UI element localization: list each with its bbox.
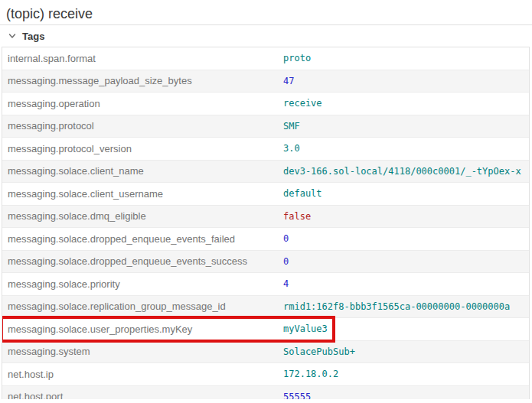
- tag-key: net.host.port: [2, 391, 283, 399]
- tag-value: 3.0: [283, 143, 529, 154]
- tag-key: messaging.protocol: [2, 120, 283, 132]
- tag-value: myValue3: [283, 323, 529, 334]
- tag-value: 55555: [283, 392, 529, 399]
- table-row: messaging.solace.dmq_eligible false: [2, 206, 529, 229]
- table-row: messaging.solace.client_username default: [2, 183, 529, 206]
- tag-value: proto: [283, 53, 529, 63]
- tag-key: messaging.system: [2, 346, 283, 357]
- tag-key: messaging.solace.priority: [2, 278, 283, 290]
- table-row: messaging.solace.dropped_enqueue_events_…: [2, 228, 529, 251]
- table-row: net.host.ip 172.18.0.2: [2, 363, 529, 386]
- tag-key: messaging.operation: [2, 98, 283, 109]
- tag-key: messaging.solace.user_properties.myKey: [2, 323, 283, 335]
- tags-key-value-table: internal.span.format proto messaging.mes…: [2, 47, 530, 399]
- table-row: messaging.solace.priority 4: [2, 273, 529, 296]
- tag-key: messaging.solace.dropped_enqueue_events_…: [2, 233, 283, 245]
- tag-key: messaging.solace.replication_group_messa…: [2, 301, 283, 312]
- table-row: messaging.message_payload_size_bytes 47: [2, 70, 529, 93]
- table-row: net.host.port 55555: [2, 386, 529, 400]
- table-row: messaging.solace.user_properties.myKey m…: [2, 318, 529, 341]
- chevron-down-icon: [8, 31, 17, 41]
- tag-value: dev3-166.sol-local/4118/000c0001/_-tYpOe…: [283, 166, 529, 177]
- tag-value: 47: [283, 76, 529, 86]
- table-row: messaging.solace.dropped_enqueue_events_…: [2, 251, 529, 274]
- tag-value: 0: [283, 233, 529, 244]
- tag-key: messaging.protocol_version: [2, 143, 283, 154]
- tag-key: messaging.message_payload_size_bytes: [2, 75, 283, 86]
- tag-key: messaging.solace.client_name: [2, 165, 283, 177]
- tag-value: default: [283, 188, 529, 199]
- tag-key: messaging.solace.dmq_eligible: [2, 210, 283, 222]
- tag-value: false: [283, 211, 529, 222]
- tags-section-toggle[interactable]: Tags: [0, 25, 532, 47]
- tag-key: messaging.solace.client_username: [2, 188, 283, 200]
- tag-key: internal.span.format: [2, 53, 283, 64]
- table-row: messaging.protocol_version 3.0: [2, 138, 529, 161]
- tag-value: 4: [283, 278, 529, 289]
- tag-key: net.host.ip: [2, 369, 283, 380]
- table-row: messaging.solace.replication_group_messa…: [2, 296, 529, 319]
- span-detail-panel: (topic) receive Tags internal.span.forma…: [0, 0, 532, 403]
- table-row: internal.span.format proto: [2, 47, 529, 70]
- table-row: messaging.operation receive: [2, 93, 529, 115]
- tag-value: receive: [283, 98, 529, 109]
- span-title: (topic) receive: [0, 0, 532, 25]
- tag-key: messaging.solace.dropped_enqueue_events_…: [2, 255, 283, 267]
- tag-value: 172.18.0.2: [283, 369, 529, 379]
- tag-value: SolacePubSub+: [283, 346, 529, 357]
- tags-section-label: Tags: [22, 31, 44, 42]
- tag-value: rmid1:162f8-bbb3f1565ca-00000000-0000000…: [283, 301, 529, 312]
- table-row: messaging.protocol SMF: [2, 115, 529, 138]
- tag-value: 0: [283, 256, 529, 267]
- tag-value: SMF: [283, 121, 529, 132]
- table-row: messaging.solace.client_name dev3-166.so…: [2, 161, 529, 184]
- table-row: messaging.system SolacePubSub+: [2, 341, 529, 364]
